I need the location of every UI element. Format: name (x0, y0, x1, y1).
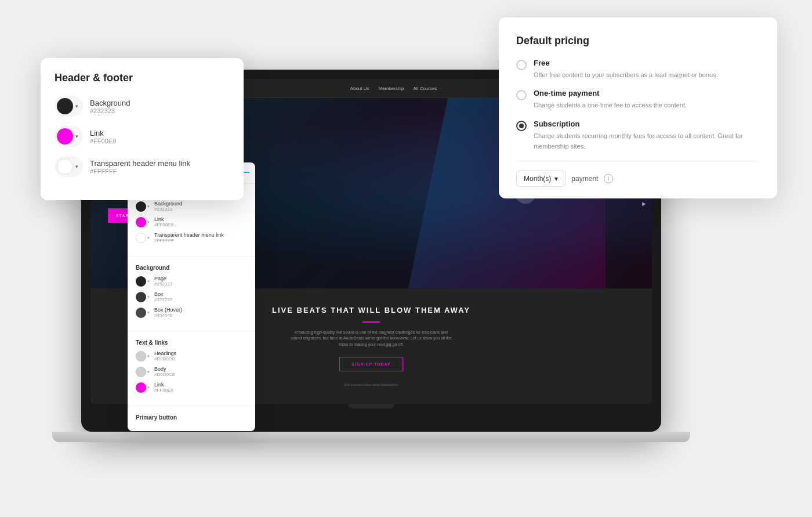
link-text-swatch[interactable] (136, 382, 146, 393)
link-label: Link (154, 216, 247, 222)
headings-swatch[interactable] (136, 351, 146, 361)
option-onetime-desc: Charge students a one-time fee to access… (534, 102, 687, 109)
hf-link-label: Link (90, 129, 230, 138)
nav-courses[interactable]: All Courses (414, 86, 437, 91)
section-divider (362, 321, 380, 323)
hf-panel-title: Header & footer (55, 72, 230, 84)
hf-transparent-label: Transparent header menu link (90, 159, 230, 168)
pricing-option-subscription[interactable]: Subscription Charge students recurring m… (516, 120, 760, 151)
headings-label: Headings (154, 350, 247, 356)
pricing-option-onetime[interactable]: One-time payment Charge students a one-t… (516, 89, 760, 110)
color-row-box: ▾ Box #373737 (136, 291, 247, 302)
background-swatch-arrow[interactable]: ▾ (147, 204, 150, 209)
headings-hex: #D0D0D0 (154, 356, 247, 361)
box-hover-swatch-arrow[interactable]: ▾ (147, 310, 150, 315)
divider-2 (128, 331, 255, 331)
background-label: Background (154, 201, 247, 207)
primary-button-section-title: Primary button (136, 414, 247, 421)
box-swatch-arrow[interactable]: ▾ (147, 295, 150, 299)
box-hex: #373737 (154, 297, 247, 302)
color-row-background: ▾ Background #232323 (136, 201, 247, 212)
option-free-label: Free (534, 59, 718, 67)
hf-transparent-swatch[interactable] (57, 158, 73, 175)
hf-link-swatch-container[interactable]: ▾ (55, 126, 83, 147)
body-swatch[interactable] (136, 367, 146, 377)
option-free-desc: Offer free content to your subscribers a… (534, 71, 718, 78)
page-swatch[interactable] (136, 276, 146, 287)
link-text-label: Link (154, 382, 247, 388)
body-label: Body (154, 366, 247, 372)
month-dropdown[interactable]: Month(s) ▾ (516, 171, 566, 187)
hf-link-swatch[interactable] (57, 128, 73, 144)
background-hex: #232323 (154, 207, 247, 212)
link-swatch[interactable] (136, 217, 146, 227)
color-row-link-text: ▾ Link #FF00E9 (136, 382, 247, 393)
hf-background-swatch-container[interactable]: ▾ (55, 96, 83, 117)
transparent-swatch-arrow[interactable]: ▾ (147, 236, 150, 240)
color-row-box-hover: ▾ Box (Hover) #454646 (136, 307, 247, 318)
hf-background-swatch[interactable] (57, 98, 73, 114)
laptop-notch (348, 404, 394, 408)
primary-button-section: Primary button (128, 408, 255, 431)
transparent-swatch[interactable] (136, 233, 146, 243)
color-row-headings: ▾ Headings #D0D0D0 (136, 350, 247, 361)
background-swatch[interactable] (136, 201, 146, 212)
hf-transparent-arrow[interactable]: ▾ (75, 164, 78, 169)
info-icon[interactable]: i (604, 174, 613, 183)
color-row-body: ▾ Body #D0D0CE (136, 366, 247, 377)
hf-background-arrow[interactable]: ▾ (75, 103, 78, 109)
option-subscription-desc: Charge students recurring monthly fees f… (534, 132, 743, 150)
headings-swatch-arrow[interactable]: ▾ (147, 354, 150, 359)
payment-label: payment (571, 175, 598, 183)
transparent-label: Transparent header menu link (154, 232, 247, 238)
radio-subscription[interactable] (516, 121, 527, 131)
nav-membership[interactable]: Membership (379, 86, 404, 91)
colors-panel: ← Colors Header & footer ▾ Background #2… (128, 162, 255, 431)
text-links-section-title: Text & links (136, 339, 247, 346)
youtube-icon[interactable]: ▶ (642, 201, 646, 207)
option-onetime-label: One-time payment (534, 89, 687, 97)
radio-free[interactable] (516, 60, 527, 70)
hf-transparent-row: ▾ Transparent header menu link #FFFFFF (55, 156, 230, 177)
text-links-section: Text & links ▾ Headings #D0D0D0 ▾ Body #… (128, 334, 255, 403)
laptop-base (52, 432, 690, 442)
page-swatch-arrow[interactable]: ▾ (147, 279, 150, 284)
hf-link-arrow[interactable]: ▾ (75, 133, 78, 139)
box-hover-swatch[interactable] (136, 308, 146, 318)
hf-link-hex: #FF00E9 (90, 138, 230, 144)
divider-3 (128, 406, 255, 406)
hf-transparent-hex: #FFFFFF (90, 168, 230, 175)
section-text: Producing high-quality live sound is one… (290, 330, 452, 348)
color-row-link: ▾ Link #FF00E9 (136, 216, 247, 227)
body-hex: #D0D0CE (154, 372, 247, 377)
hf-background-hex: #232323 (90, 107, 230, 114)
link-hex: #FF00E9 (154, 222, 247, 227)
link-text-swatch-arrow[interactable]: ▾ (147, 385, 150, 390)
color-row-page: ▾ Page #252323 (136, 276, 247, 287)
link-text-hex: #FF00E9 (154, 388, 247, 393)
nav-about[interactable]: About Us (350, 86, 369, 91)
box-swatch[interactable] (136, 292, 146, 302)
background-section: Background ▾ Page #252323 ▾ Box #373737 (128, 259, 255, 328)
radio-onetime[interactable] (516, 90, 527, 100)
pricing-option-free[interactable]: Free Offer free content to your subscrib… (516, 59, 760, 79)
link-swatch-arrow[interactable]: ▾ (147, 220, 150, 225)
hf-background-label: Background (90, 99, 230, 107)
box-hover-label: Box (Hover) (154, 307, 247, 313)
signup-button[interactable]: SIGN UP TODAY (339, 357, 403, 371)
hf-link-row: ▾ Link #FF00E9 (55, 126, 230, 147)
box-hover-hex: #454646 (154, 313, 247, 318)
header-footer-panel: Header & footer ▾ Background #232323 ▾ L… (41, 58, 244, 200)
hf-transparent-swatch-container[interactable]: ▾ (55, 156, 83, 177)
page-hex: #252323 (154, 281, 247, 287)
option-subscription-label: Subscription (534, 120, 760, 128)
radio-inner-dot (519, 124, 524, 128)
box-label: Box (154, 291, 247, 297)
month-label: Month(s) (524, 175, 551, 183)
transparent-hex: #FFFFFF (154, 238, 247, 243)
body-swatch-arrow[interactable]: ▾ (147, 370, 150, 374)
pricing-extras: Month(s) ▾ payment i (516, 161, 760, 187)
month-chevron-icon: ▾ (554, 175, 558, 183)
divider-1 (128, 256, 255, 256)
background-section-title: Background (136, 265, 247, 271)
